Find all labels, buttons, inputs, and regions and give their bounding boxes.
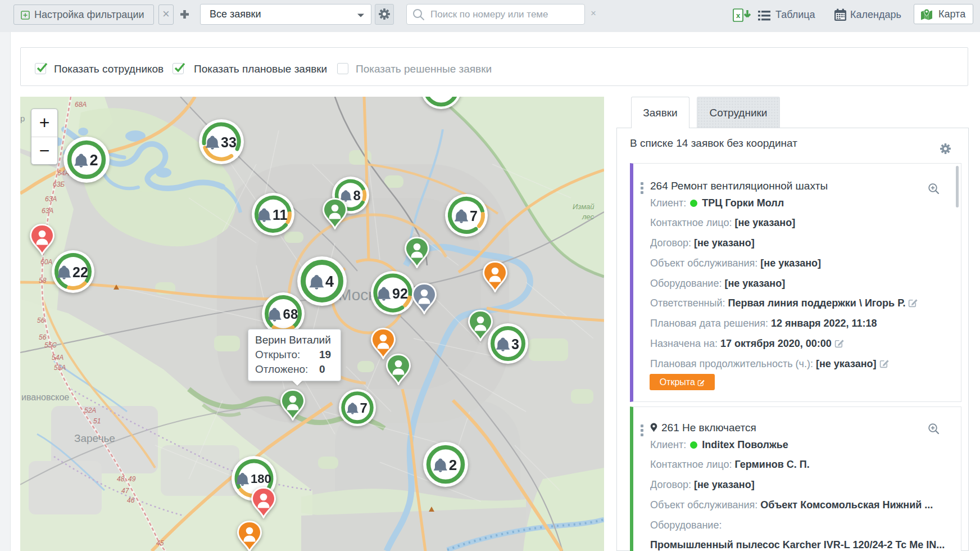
svg-text:2: 2 (449, 457, 457, 473)
svg-text:8: 8 (353, 188, 361, 203)
svg-text:55С: 55С (44, 341, 57, 349)
svg-text:11: 11 (273, 207, 288, 223)
svg-text:45: 45 (156, 539, 164, 547)
svg-text:48, 49: 48, 49 (117, 475, 136, 483)
svg-text:22: 22 (72, 264, 88, 280)
svg-text:54А: 54А (52, 354, 63, 362)
svg-text:180: 180 (251, 472, 271, 486)
svg-text:7: 7 (470, 208, 478, 224)
svg-text:ивановское: ивановское (21, 392, 69, 402)
svg-text:4: 4 (325, 273, 334, 290)
svg-text:56: 56 (37, 317, 45, 324)
svg-text:55А: 55А (54, 364, 66, 372)
svg-text:Заречье: Заречье (74, 432, 115, 444)
svg-text:x: x (736, 11, 741, 20)
svg-text:2: 2 (89, 152, 98, 169)
svg-text:р: р (20, 114, 25, 123)
svg-text:52А: 52А (84, 407, 96, 414)
svg-text:92: 92 (392, 286, 408, 301)
svg-text:7: 7 (360, 400, 368, 415)
svg-text:58: 58 (39, 277, 47, 284)
svg-text:46: 46 (127, 496, 135, 504)
svg-text:63А: 63А (42, 207, 53, 215)
svg-text:33: 33 (221, 134, 237, 150)
svg-text:51: 51 (93, 417, 101, 425)
svg-text:56: 56 (39, 333, 47, 341)
svg-text:3: 3 (511, 336, 519, 352)
svg-text:Измай: Измай (573, 202, 595, 211)
svg-text:63А: 63А (45, 195, 57, 203)
svg-text:68: 68 (283, 306, 298, 322)
svg-text:лес: лес (582, 213, 594, 221)
svg-text:68А: 68А (75, 101, 87, 109)
svg-text:47: 47 (121, 487, 130, 495)
